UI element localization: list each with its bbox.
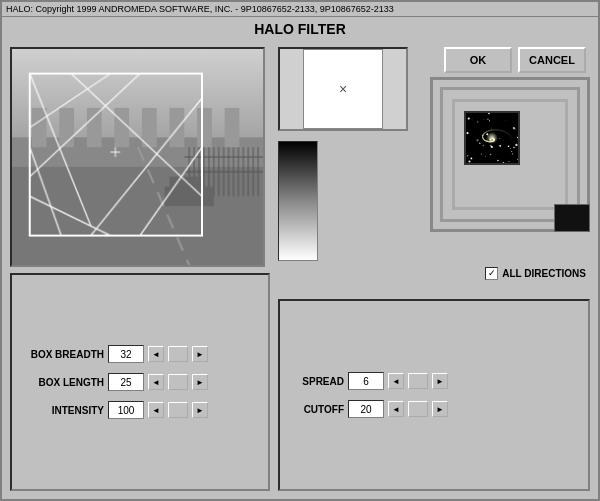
box-length-right-btn[interactable]: ►: [192, 374, 208, 390]
small-preview-box: ×: [278, 47, 408, 131]
title-bar-text: HALO: Copyright 1999 ANDROMEDA SOFTWARE,…: [6, 4, 394, 14]
box-length-slider[interactable]: [168, 374, 188, 390]
cutoff-value[interactable]: 20: [348, 400, 384, 418]
small-preview-area: ×: [278, 47, 424, 247]
left-panel: BOX BREADTH 32 ◄ ► BOX LENGTH 25 ◄ ► INT…: [10, 47, 270, 491]
ok-cancel-row: OK CANCEL: [430, 47, 590, 73]
box-length-value[interactable]: 25: [108, 373, 144, 391]
box-length-label: BOX LENGTH: [24, 377, 104, 388]
cutoff-left-btn[interactable]: ◄: [388, 401, 404, 417]
box-breadth-right-btn[interactable]: ►: [192, 346, 208, 362]
black-patch: [554, 204, 590, 232]
bottom-left-controls: BOX BREADTH 32 ◄ ► BOX LENGTH 25 ◄ ► INT…: [10, 273, 270, 491]
spread-label: SPREAD: [292, 376, 344, 387]
ok-button[interactable]: OK: [444, 47, 512, 73]
all-directions-row: ✓ ALL DIRECTIONS: [278, 253, 590, 293]
main-window: HALO: Copyright 1999 ANDROMEDA SOFTWARE,…: [0, 0, 600, 501]
box-breadth-row: BOX BREADTH 32 ◄ ►: [24, 345, 256, 363]
nested-container: [430, 77, 590, 232]
cutoff-row: CUTOFF 20 ◄ ►: [292, 400, 576, 418]
title-bar: HALO: Copyright 1999 ANDROMEDA SOFTWARE,…: [2, 2, 598, 17]
spread-left-btn[interactable]: ◄: [388, 373, 404, 389]
content-area: BOX BREADTH 32 ◄ ► BOX LENGTH 25 ◄ ► INT…: [2, 43, 598, 499]
spread-row: SPREAD 6 ◄ ►: [292, 372, 576, 390]
top-right: × OK CANCEL: [278, 47, 590, 247]
galaxy-canvas: [466, 113, 518, 163]
box-breadth-label: BOX BREADTH: [24, 349, 104, 360]
box-length-left-btn[interactable]: ◄: [148, 374, 164, 390]
spread-value[interactable]: 6: [348, 372, 384, 390]
cutoff-right-btn[interactable]: ►: [432, 401, 448, 417]
gradient-row: [278, 137, 424, 261]
gradient-bar: [278, 141, 318, 261]
intensity-left-btn[interactable]: ◄: [148, 402, 164, 418]
main-title: HALO FILTER: [2, 17, 598, 43]
bottom-right-controls: SPREAD 6 ◄ ► CUTOFF 20 ◄ ►: [278, 299, 590, 491]
box-length-row: BOX LENGTH 25 ◄ ►: [24, 373, 256, 391]
preview-canvas: [12, 49, 263, 265]
box-breadth-left-btn[interactable]: ◄: [148, 346, 164, 362]
all-directions-checkbox[interactable]: ✓: [485, 267, 498, 280]
spread-right-btn[interactable]: ►: [432, 373, 448, 389]
cutoff-label: CUTOFF: [292, 404, 344, 415]
intensity-row: INTENSITY 100 ◄ ►: [24, 401, 256, 419]
intensity-right-btn[interactable]: ►: [192, 402, 208, 418]
nested-boxes-area: OK CANCEL: [430, 47, 590, 247]
cutoff-slider[interactable]: [408, 401, 428, 417]
x-mark: ×: [339, 81, 347, 97]
galaxy-image: [464, 111, 520, 165]
all-directions-label: ALL DIRECTIONS: [502, 268, 586, 279]
intensity-label: INTENSITY: [24, 405, 104, 416]
intensity-value[interactable]: 100: [108, 401, 144, 419]
intensity-slider[interactable]: [168, 402, 188, 418]
checkbox-area: ✓ ALL DIRECTIONS: [485, 267, 586, 280]
small-preview-inner: ×: [303, 49, 383, 129]
box-breadth-slider[interactable]: [168, 346, 188, 362]
box-breadth-value[interactable]: 32: [108, 345, 144, 363]
spread-slider[interactable]: [408, 373, 428, 389]
image-preview: [10, 47, 265, 267]
right-panel: × OK CANCEL: [278, 47, 590, 491]
cancel-button[interactable]: CANCEL: [518, 47, 586, 73]
